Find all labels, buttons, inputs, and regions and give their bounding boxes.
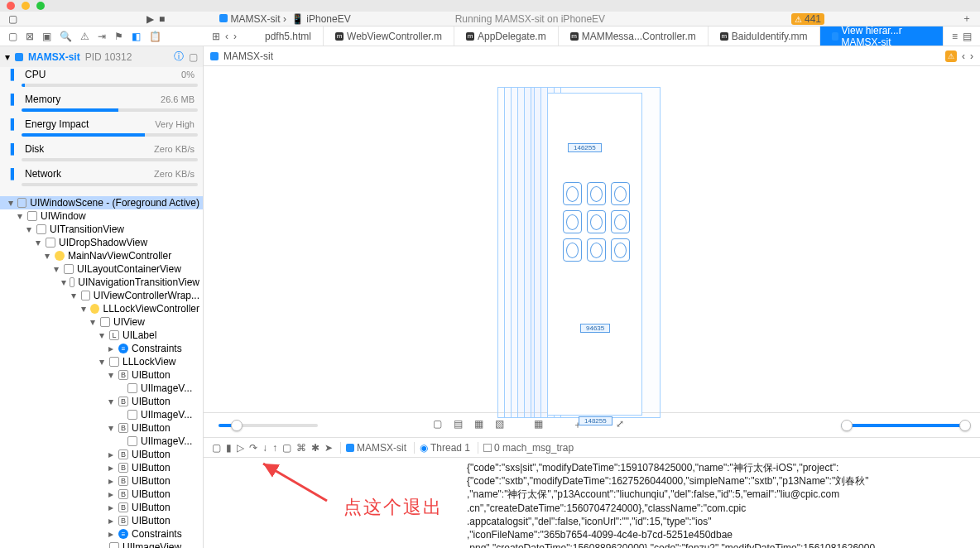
- tag-icon[interactable]: ⇥: [98, 31, 106, 42]
- tree-row[interactable]: UIImageV...: [0, 408, 203, 421]
- wireframe-mode-icon[interactable]: ▤: [451, 418, 465, 432]
- tree-row[interactable]: ▾UILayoutContainerView: [0, 262, 203, 276]
- stat-mem[interactable]: ▌Memory26.6 MB: [5, 92, 198, 107]
- stat-energy[interactable]: ▌Energy ImpactVery High: [5, 117, 198, 132]
- minimap-icon[interactable]: ▤: [963, 31, 972, 42]
- debug-header[interactable]: ▾ MAMSX-sit PID 10312 ⓘ ▢: [0, 46, 203, 67]
- box-icon[interactable]: ◧: [132, 31, 141, 42]
- location-icon[interactable]: ➤: [324, 442, 333, 454]
- env-override-icon[interactable]: ✱: [311, 442, 319, 454]
- tree-row[interactable]: ▸BUIButton: [0, 448, 203, 461]
- tree-row[interactable]: ▸≡Constraints: [0, 342, 203, 355]
- disclosure-icon[interactable]: ▸: [107, 502, 115, 513]
- tree-row[interactable]: ▾LUILabel: [0, 329, 203, 342]
- dbg-seg-app[interactable]: MAMSX-sit: [357, 442, 406, 454]
- folder-icon[interactable]: ▢: [8, 31, 17, 42]
- disclosure-icon[interactable]: ▾: [79, 303, 87, 315]
- jump-bar[interactable]: MAMSX-sit ⚠ ‹ ›: [204, 46, 980, 66]
- step-into-icon[interactable]: ↓: [262, 442, 267, 454]
- tree-row[interactable]: UIImageV...: [0, 435, 203, 448]
- disclosure-icon[interactable]: ▾: [107, 369, 115, 381]
- step-out-icon[interactable]: ↑: [272, 442, 277, 454]
- disclosure-icon[interactable]: ▾: [98, 329, 106, 341]
- cancel-icon[interactable]: ⊠: [26, 31, 34, 42]
- continue-icon[interactable]: ▷: [237, 442, 244, 454]
- search-icon[interactable]: 🔍: [60, 31, 72, 42]
- back-button[interactable]: ‹: [225, 31, 228, 42]
- disclosure-icon[interactable]: ▸: [107, 449, 115, 460]
- tree-row[interactable]: ▾UIViewControllerWrap...: [0, 289, 203, 302]
- warn-icon[interactable]: ⚠: [80, 31, 89, 42]
- editor-tab[interactable]: mWebViewController.m: [324, 26, 454, 46]
- editor-tab[interactable]: View hierar...r MAMSX-sit: [820, 26, 944, 46]
- tree-row[interactable]: ▾LLLockViewController: [0, 302, 203, 315]
- outline-mode-icon[interactable]: ▢: [430, 418, 444, 432]
- range-slider[interactable]: [841, 424, 965, 427]
- tree-row[interactable]: ▸BUIButton: [0, 474, 203, 488]
- tree-row[interactable]: ▾MainNavViewController: [0, 249, 203, 262]
- disclosure-icon[interactable]: ▾: [107, 422, 115, 434]
- range-thumb-left[interactable]: [841, 420, 853, 431]
- twisty-icon[interactable]: ▾: [5, 51, 10, 63]
- hide-debug-icon[interactable]: ▢: [212, 442, 221, 454]
- x-icon[interactable]: ▣: [42, 31, 51, 42]
- disclosure-icon[interactable]: ▾: [98, 356, 106, 368]
- tree-row[interactable]: ▸≡Constraints: [0, 527, 203, 541]
- spacing-slider[interactable]: [219, 424, 318, 427]
- zoom-fit-icon[interactable]: ⤢: [613, 418, 627, 432]
- tree-row[interactable]: ▸BUIButton: [0, 488, 203, 501]
- tree-row[interactable]: ▾BUIButton: [0, 421, 203, 435]
- window-zoom-button[interactable]: [36, 2, 45, 10]
- disclosure-icon[interactable]: ▸: [107, 528, 115, 540]
- dbg-seg-frame[interactable]: 0 mach_msg_trap: [494, 442, 574, 454]
- editor-tab[interactable]: mBaiduIdentify.mm: [709, 26, 820, 46]
- disclosure-icon[interactable]: ▾: [52, 263, 60, 275]
- tree-row[interactable]: ▾LLLockView: [0, 355, 203, 368]
- sidebar-left-icon[interactable]: ▢: [8, 13, 17, 25]
- memory-graph-icon[interactable]: ⌘: [296, 442, 306, 454]
- warning-count-badge[interactable]: ⚠ 441: [791, 13, 824, 25]
- tree-row[interactable]: ▾UITransitionView: [0, 223, 203, 236]
- step-over-icon[interactable]: ↷: [249, 442, 257, 454]
- stop-button[interactable]: ■: [159, 13, 165, 25]
- disclosure-icon[interactable]: ▸: [107, 475, 115, 487]
- solid-mode-icon[interactable]: ▦: [472, 418, 486, 432]
- disclosure-icon[interactable]: ▾: [16, 210, 24, 222]
- crumb-root[interactable]: MAMSX-sit: [223, 50, 273, 62]
- disclosure-icon[interactable]: ▾: [34, 237, 42, 248]
- tree-row[interactable]: ▾BUIButton: [0, 395, 203, 408]
- disclosure-icon[interactable]: ▾: [25, 224, 33, 235]
- window-min-button[interactable]: [22, 2, 30, 10]
- chevron-right-icon[interactable]: ›: [970, 50, 973, 62]
- tree-row[interactable]: ▾UIDropShadowView: [0, 236, 203, 249]
- tree-row[interactable]: ▸BUIButton: [0, 501, 203, 514]
- window-close-button[interactable]: [7, 2, 15, 10]
- disclosure-icon[interactable]: ▸: [107, 462, 115, 473]
- editor-tab[interactable]: mAppDelegate.m: [454, 26, 559, 46]
- disclosure-icon[interactable]: ▾: [61, 276, 66, 288]
- stack-mode-icon[interactable]: ▧: [492, 418, 507, 432]
- lines-icon[interactable]: ≡: [952, 31, 958, 42]
- signpost-icon[interactable]: ⚑: [114, 31, 123, 42]
- disclosure-icon[interactable]: ▾: [43, 250, 51, 262]
- editor-tab[interactable]: mMAMMessa...Controller.m: [559, 26, 709, 46]
- stat-cpu[interactable]: ▌CPU0%: [5, 67, 198, 82]
- tree-row[interactable]: ▾UINavigationTransitionView: [0, 276, 203, 289]
- forward-button[interactable]: ›: [233, 31, 237, 42]
- disclosure-icon[interactable]: ▾: [89, 316, 97, 328]
- tree-row[interactable]: ▾UIWindow: [0, 209, 203, 223]
- related-items-icon[interactable]: ⊞: [212, 31, 220, 42]
- stat-net[interactable]: ▌NetworkZero KB/s: [5, 166, 198, 181]
- view-hierarchy-canvas[interactable]: 146255 94635 148255: [204, 66, 980, 412]
- disclosure-icon[interactable]: ▾: [70, 290, 78, 301]
- tree-row[interactable]: ▾UIWindowScene - (Foreground Active): [0, 196, 203, 209]
- tree-row[interactable]: ▸BUIButton: [0, 461, 203, 474]
- book-icon[interactable]: 📋: [149, 31, 161, 42]
- tree-row[interactable]: ▸BUIButton: [0, 514, 203, 527]
- add-tab-button[interactable]: ＋: [962, 12, 972, 26]
- tree-row[interactable]: UIImageView: [0, 541, 203, 548]
- info-icon[interactable]: ⓘ: [174, 50, 184, 64]
- view-debug-icon[interactable]: ▢: [282, 442, 291, 454]
- breakpoint-toggle[interactable]: ▮: [226, 442, 232, 454]
- tree-row[interactable]: ▾UIView: [0, 315, 203, 329]
